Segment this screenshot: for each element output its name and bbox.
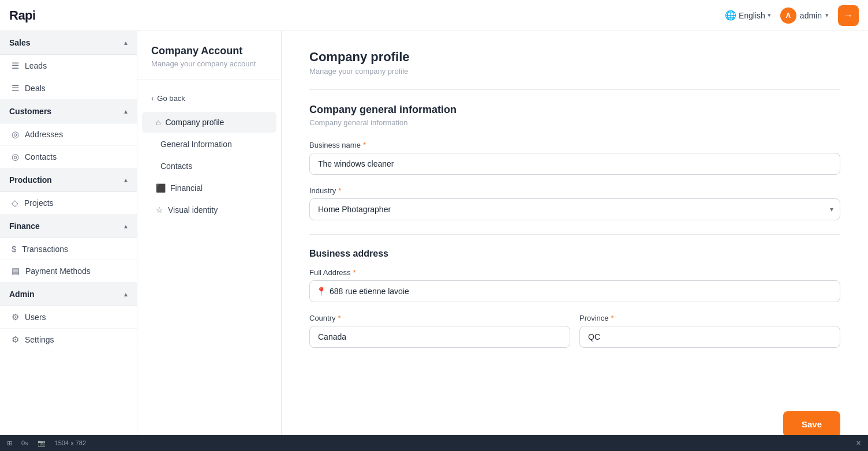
business-name-input[interactable] <box>309 153 840 175</box>
full-address-input[interactable] <box>309 280 840 302</box>
country-province-row: Country * Province * <box>309 314 840 359</box>
full-address-group: Full Address * 📍 <box>309 268 840 302</box>
sidebar-item-addresses[interactable]: ◎ Addresses <box>0 123 137 146</box>
main-content: Company profile Manage your company prof… <box>282 31 868 451</box>
chevron-up-icon: ▴ <box>124 176 128 184</box>
secondary-nav-visual-identity[interactable]: ☆ Visual identity <box>142 200 276 220</box>
secondary-nav-label: Visual identity <box>168 205 218 215</box>
topbar: Rapi 🌐 English ▾ A admin ▾ → <box>0 0 868 31</box>
sidebar-item-label: Transactions <box>22 245 68 254</box>
globe-icon: 🌐 <box>725 10 736 21</box>
chevron-up-icon: ▴ <box>124 39 128 47</box>
sidebar-item-label: Payment Methods <box>25 266 91 276</box>
page-title: Company profile <box>309 50 840 65</box>
chevron-up-icon: ▴ <box>124 290 128 298</box>
pin-icon: 📍 <box>316 287 326 296</box>
province-group: Province * <box>579 314 840 348</box>
star-icon: ☆ <box>156 205 163 215</box>
secondary-nav-financial[interactable]: ⬛ Financial <box>142 178 276 198</box>
required-star: * <box>363 141 366 149</box>
sidebar-section-finance: Finance ▴ $ Transactions ▤ Payment Metho… <box>0 215 137 283</box>
sidebar-item-label: Contacts <box>25 152 57 161</box>
page-subtitle: Manage your company profile <box>309 67 840 76</box>
sidebar-item-label: Projects <box>24 198 54 208</box>
home-icon: ⌂ <box>156 118 160 127</box>
required-star: * <box>338 186 341 195</box>
dollar-icon: $ <box>12 244 16 254</box>
sidebar: Sales ▴ ☰ Leads ☰ Deals Customers ▴ ◎ Ad… <box>0 31 137 451</box>
section-subtitle: Company general information <box>309 118 840 127</box>
sidebar-item-label: Leads <box>25 61 47 70</box>
admin-selector[interactable]: A admin ▾ <box>780 7 829 24</box>
secondary-nav-label: Company profile <box>165 118 224 127</box>
secondary-title: Company Account <box>151 45 267 57</box>
sidebar-item-label: Users <box>25 313 46 322</box>
secondary-nav-contacts[interactable]: Contacts <box>142 156 276 176</box>
app-layout: Sales ▴ ☰ Leads ☰ Deals Customers ▴ ◎ Ad… <box>0 31 868 451</box>
sidebar-item-leads[interactable]: ☰ Leads <box>0 55 137 77</box>
sidebar-item-transactions[interactable]: $ Transactions <box>0 238 137 260</box>
sidebar-header-admin[interactable]: Admin ▴ <box>0 283 137 306</box>
admin-label: admin <box>800 11 822 20</box>
full-address-label: Full Address * <box>309 268 840 277</box>
camera-icon: 📷 <box>38 439 46 447</box>
list-icon: ☰ <box>12 61 19 71</box>
logo-area: Rapi <box>9 8 36 23</box>
contact-icon: ◎ <box>12 152 19 162</box>
diamond-icon: ◇ <box>12 198 18 208</box>
list-icon: ☰ <box>12 83 19 93</box>
business-name-group: Business name * <box>309 141 840 175</box>
section-divider-2 <box>309 234 840 235</box>
industry-select[interactable]: Home Photagrapher <box>309 198 840 220</box>
chevron-up-icon: ▴ <box>124 107 128 115</box>
bank-icon: ⬛ <box>156 183 166 193</box>
bottom-bar: ⊞ 0s 📷 868 x 451 ✕ <box>0 435 868 451</box>
sidebar-item-users[interactable]: ⚙ Users <box>0 306 137 329</box>
sidebar-section-label-finance: Finance <box>9 221 40 231</box>
topbar-action-button[interactable]: → <box>838 5 859 26</box>
language-label: English <box>739 11 765 20</box>
location-icon: ◎ <box>12 129 19 140</box>
close-icon[interactable]: ✕ <box>856 439 861 447</box>
secondary-nav-label: Contacts <box>160 161 192 171</box>
go-back-button[interactable]: ‹ Go back <box>137 89 281 107</box>
chevron-down-icon: ▾ <box>825 12 829 19</box>
chevron-left-icon: ‹ <box>151 94 154 103</box>
arrow-icon: → <box>844 10 853 21</box>
sidebar-item-projects[interactable]: ◇ Projects <box>0 192 137 215</box>
sidebar-item-contacts[interactable]: ◎ Contacts <box>0 146 137 168</box>
sidebar-section-sales: Sales ▴ ☰ Leads ☰ Deals <box>0 31 137 100</box>
dimensions-label: 868 x 451 <box>55 439 86 446</box>
required-star: * <box>338 314 341 322</box>
address-section-title: Business address <box>309 249 840 259</box>
sidebar-item-settings[interactable]: ⚙ Settings <box>0 329 137 351</box>
required-star: * <box>611 314 614 322</box>
language-selector[interactable]: 🌐 English ▾ <box>725 10 771 21</box>
sidebar-section-label-sales: Sales <box>9 38 31 47</box>
business-name-label: Business name * <box>309 141 840 149</box>
user-icon: ⚙ <box>12 312 19 322</box>
sidebar-item-label: Settings <box>25 335 54 344</box>
province-input[interactable] <box>579 326 840 348</box>
secondary-nav-general-information[interactable]: General Information <box>142 134 276 155</box>
sidebar-item-deals[interactable]: ☰ Deals <box>0 77 137 100</box>
sidebar-header-finance[interactable]: Finance ▴ <box>0 215 137 238</box>
sidebar-header-sales[interactable]: Sales ▴ <box>0 31 137 55</box>
secondary-nav-company-profile[interactable]: ⌂ Company profile <box>142 112 276 133</box>
sidebar-item-payment-methods[interactable]: ▤ Payment Methods <box>0 260 137 283</box>
address-input-wrapper: 📍 <box>309 280 840 302</box>
section-divider <box>309 89 840 90</box>
country-input[interactable] <box>309 326 570 348</box>
grid-icon: ⊞ <box>7 439 12 447</box>
sidebar-section-label-production: Production <box>9 175 52 185</box>
required-star: * <box>353 268 356 277</box>
save-button[interactable]: Save <box>783 411 840 437</box>
industry-select-wrapper: Home Photagrapher ▾ <box>309 198 840 220</box>
settings-icon: ⚙ <box>12 335 19 345</box>
province-label: Province * <box>579 314 840 322</box>
divider <box>137 80 281 80</box>
sidebar-header-customers[interactable]: Customers ▴ <box>0 100 137 123</box>
sidebar-header-production[interactable]: Production ▴ <box>0 168 137 192</box>
secondary-sidebar: Company Account Manage your company acco… <box>137 31 282 451</box>
time-indicator: 0s <box>21 439 28 446</box>
